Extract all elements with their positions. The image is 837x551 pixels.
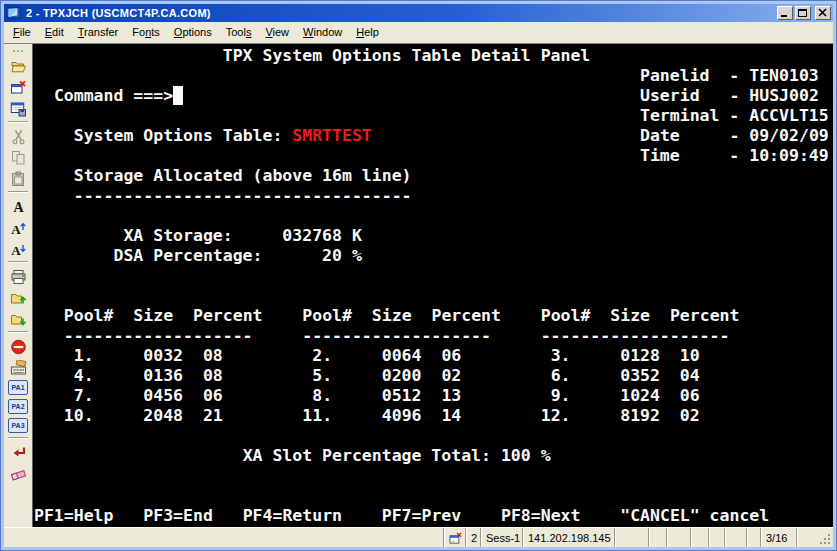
save-screen-button[interactable] — [6, 98, 30, 119]
terminal-text: PF8=Next — [501, 506, 580, 525]
menu-window[interactable]: Window — [296, 23, 349, 42]
terminal-text: 04 — [680, 366, 700, 385]
toolbar-separator — [8, 331, 28, 333]
toolbar-grip[interactable] — [9, 46, 27, 56]
minimize-icon — [779, 8, 791, 18]
font-smaller-button[interactable]: A — [6, 238, 30, 259]
menu-tools[interactable]: Tools — [219, 23, 259, 42]
status-cell — [690, 528, 708, 547]
copy-button[interactable] — [6, 147, 30, 168]
terminal-row — [34, 426, 833, 446]
resize-grip[interactable] — [816, 528, 833, 547]
window-titlebar[interactable]: 2 - TPXJCH (USCMCT4P.CA.COM) — [4, 4, 833, 22]
terminal-text: DSA Percentage: — [113, 246, 262, 265]
terminal-row: 4. 0136 08 5. 0200 02 6. 0352 04 — [34, 366, 833, 386]
paste-button[interactable] — [6, 168, 30, 189]
menu-help[interactable]: Help — [349, 23, 386, 42]
toolbar: AAAPA1PA2PA3 — [4, 44, 32, 527]
menu-view[interactable]: View — [258, 23, 296, 42]
status-cell — [724, 528, 746, 547]
open-session-icon — [10, 59, 27, 75]
keyboard-map-icon — [10, 360, 27, 376]
terminal-text: 14 — [441, 406, 461, 425]
menu-options[interactable]: Options — [167, 23, 219, 42]
terminal-text: 02 — [680, 406, 700, 425]
print-button[interactable] — [6, 266, 30, 287]
eraser-button[interactable] — [6, 463, 30, 484]
toolbar-separator — [8, 191, 28, 193]
font-button[interactable]: A — [6, 196, 30, 217]
terminal-text: 1. — [74, 346, 94, 365]
terminal-text: ---------------------------------- — [74, 186, 412, 205]
font-icon: A — [10, 199, 27, 215]
menu-file[interactable]: File — [6, 23, 38, 42]
terminal-text: 02 — [441, 366, 461, 385]
terminal-row: Time - 10:09:49 — [34, 146, 833, 166]
terminal-row: Terminal - ACCVLT15 — [34, 106, 833, 126]
terminal-row: DSA Percentage: 20 % — [34, 246, 833, 266]
terminal-text: 0032 — [143, 346, 183, 365]
disconnect-button[interactable] — [6, 77, 30, 98]
terminal-text: 6. — [551, 366, 571, 385]
terminal-text: 5. — [312, 366, 332, 385]
terminal-text: 06 — [203, 386, 223, 405]
toolbar-separator — [8, 437, 28, 439]
terminal-row — [34, 206, 833, 226]
pa1-button[interactable]: PA1 — [8, 380, 28, 395]
keyboard-map-button[interactable] — [6, 357, 30, 378]
menu-edit[interactable]: Edit — [38, 23, 71, 42]
terminal-text: Terminal - ACCVLT15 — [640, 106, 829, 125]
menu-fonts[interactable]: Fonts — [125, 23, 167, 42]
terminal-text: 10 — [680, 346, 700, 365]
terminal-screen[interactable]: TPX System Options Table Detail Panel Pa… — [32, 44, 833, 527]
send-file-button[interactable] — [6, 287, 30, 308]
font-larger-icon: A — [10, 220, 27, 236]
terminal-row: TPX System Options Table Detail Panel — [34, 46, 833, 66]
terminal-text: 0136 — [143, 366, 183, 385]
status-bar: 2Sess-1141.202.198.1453/16 — [4, 527, 833, 547]
terminal-text: 0512 — [382, 386, 422, 405]
terminal-row — [34, 466, 833, 486]
terminal-text: Percent — [431, 306, 501, 325]
cut-icon — [10, 129, 27, 145]
stop-button[interactable] — [6, 336, 30, 357]
terminal-row: ------------------- ------------------- … — [34, 326, 833, 346]
terminal-text: Pool# — [64, 306, 114, 325]
terminal-text: 06 — [680, 386, 700, 405]
open-session-button[interactable] — [6, 56, 30, 77]
terminal-text: 10. — [64, 406, 94, 425]
terminal-row: System Options Table: SMRTTEST Date - 09… — [34, 126, 833, 146]
paste-icon — [10, 171, 27, 187]
font-larger-button[interactable]: A — [6, 217, 30, 238]
terminal-text: 11. — [302, 406, 332, 425]
status-cell — [648, 528, 666, 547]
pa3-button[interactable]: PA3 — [8, 418, 28, 433]
terminal-text: 06 — [441, 346, 461, 365]
maximize-button[interactable] — [795, 6, 811, 20]
save-screen-icon — [10, 101, 27, 117]
status-cell — [796, 528, 816, 547]
menu-transfer[interactable]: Transfer — [71, 23, 126, 42]
minimize-button[interactable] — [777, 6, 793, 20]
status-host-ip-address: 141.202.198.145 — [522, 528, 614, 547]
enter-icon — [10, 445, 27, 461]
cut-button[interactable] — [6, 126, 30, 147]
terminal-text: Pool# — [302, 306, 352, 325]
terminal-text: 20 % — [322, 246, 362, 265]
maximize-icon — [797, 8, 809, 18]
toolbar-separator — [8, 121, 28, 123]
print-icon — [10, 269, 27, 285]
enter-button[interactable] — [6, 442, 30, 463]
terminal-text: Pool# — [541, 306, 591, 325]
app-icon[interactable] — [6, 6, 22, 20]
close-button[interactable] — [815, 6, 831, 20]
terminal-text: 0128 — [620, 346, 660, 365]
font-smaller-icon: A — [10, 241, 27, 257]
pa2-button[interactable]: PA2 — [8, 399, 28, 414]
terminal-text: 0456 — [143, 386, 183, 405]
terminal-text: 4. — [74, 366, 94, 385]
status-session-name: Sess-1 — [480, 528, 522, 547]
terminal-text: Panelid - TEN0103 — [640, 66, 819, 85]
receive-file-button[interactable] — [6, 308, 30, 329]
terminal-text: 12. — [541, 406, 571, 425]
